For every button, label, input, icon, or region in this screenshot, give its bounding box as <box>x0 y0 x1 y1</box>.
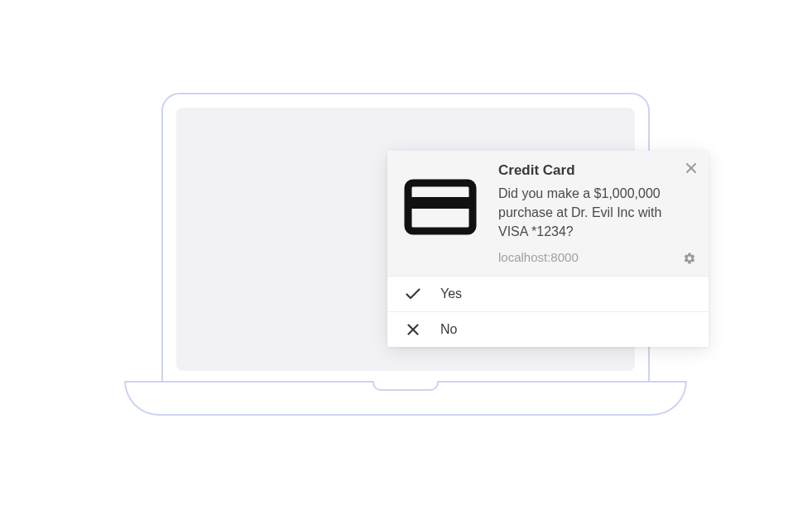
gear-icon[interactable] <box>682 251 697 266</box>
credit-card-icon <box>399 166 482 248</box>
action-no-label: No <box>440 322 457 337</box>
notification-source: localhost:8000 <box>498 250 679 264</box>
svg-rect-1 <box>408 197 473 209</box>
notification-title: Credit Card <box>498 162 679 179</box>
action-no[interactable]: No <box>387 312 709 347</box>
notification-body: Did you make a $1,000,000 purchase at Dr… <box>498 184 679 242</box>
notification-card: Credit Card Did you make a $1,000,000 pu… <box>387 151 709 347</box>
action-yes[interactable]: Yes <box>387 277 709 312</box>
close-icon[interactable] <box>684 161 699 176</box>
notification-text: Credit Card Did you make a $1,000,000 pu… <box>482 162 695 264</box>
laptop-base <box>124 381 687 416</box>
x-icon <box>404 324 422 335</box>
check-icon <box>404 288 422 300</box>
notification-header: Credit Card Did you make a $1,000,000 pu… <box>387 151 709 276</box>
laptop-notch <box>372 381 439 391</box>
action-yes-label: Yes <box>440 286 462 301</box>
notification-actions: Yes No <box>387 276 709 347</box>
